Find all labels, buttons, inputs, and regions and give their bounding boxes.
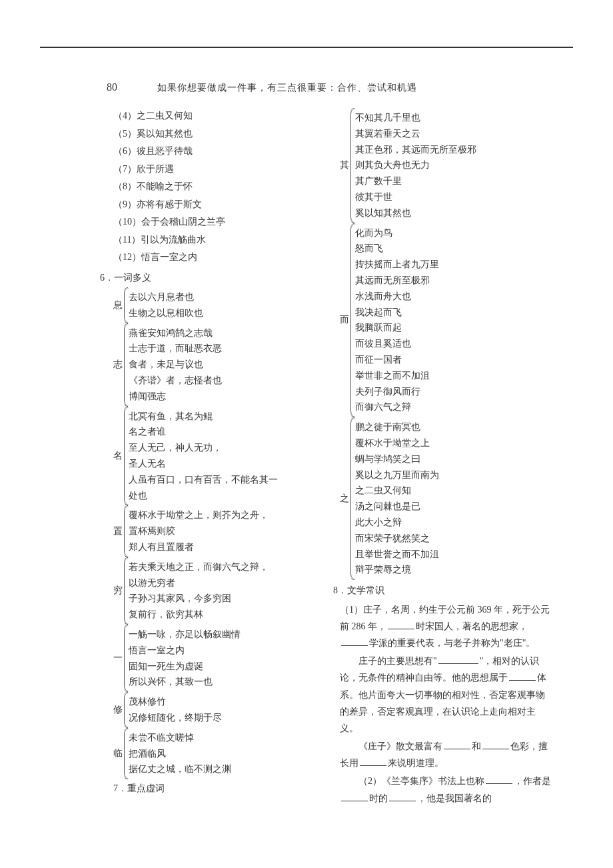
- list-item: 固知一死生为虚诞: [129, 659, 241, 675]
- bracket-group-yi: 一 一觞一咏，亦足以畅叙幽情 悟言一室之内 固知一死生为虚诞 所以兴怀，其致一也: [113, 625, 326, 691]
- bracket-label: 而: [340, 312, 350, 329]
- bracket-group-zhi: 志 燕雀安知鸿鹄之志哉 士志于道，而耻恶衣恶 食者，未足与议也 《齐谐》者，志怪…: [113, 324, 326, 406]
- list-item: 去以六月息者也: [129, 289, 203, 305]
- text: ，作者是: [514, 776, 551, 786]
- list-item: 而征一国者: [355, 352, 439, 368]
- bracket-group-lin: 临 未尝不临文嗟悼 把酒临风 据亿丈之城，临不测之渊: [113, 729, 326, 779]
- list-item: 至人无己，神人无功，: [129, 440, 278, 456]
- bracket-icon: 鹏之徙于南冥也 覆杯水于坳堂之上 蜩与学鸠笑之曰 奚以之九万里而南为 之二虫又何…: [350, 418, 439, 579]
- list-item: 奚以之九万里而南为: [355, 467, 439, 483]
- list-item: 其翼若垂天之云: [355, 126, 476, 142]
- list-item: 则其负大舟也无力: [355, 157, 476, 173]
- bracket-group-qiong: 穷 若夫乘天地之正，而御六气之辩， 以游无穷者 子孙习其家风，今多穷困 复前行，…: [113, 558, 326, 624]
- bracket-icon: 覆杯水于坳堂之上，则芥为之舟， 置杯焉则胶 郑人有且置履者: [124, 506, 269, 556]
- list-item: 而宋荣子犹然笑之: [355, 531, 439, 547]
- top-rule: [40, 47, 573, 48]
- text: 来说明道理。: [388, 758, 444, 768]
- blank-fill[interactable]: [388, 619, 414, 629]
- section-heading: 6．一词多义: [100, 269, 326, 287]
- list-item: 而御六气之辩: [355, 399, 439, 415]
- list-item: 茂林修竹: [129, 694, 222, 710]
- paragraph: 庄子的主要思想有""，相对的认识论，无条件的精神自由等。他的思想属于体系。他片面…: [340, 653, 553, 737]
- paragraph: 《庄子》散文最富有和色彩，擅长用来说明道理。: [340, 738, 553, 771]
- bracket-icon: 若夫乘天地之正，而御六气之辩， 以游无穷者 子孙习其家风，今多穷困 复前行，欲穷…: [124, 558, 269, 624]
- bracket-icon: 化而为鸟 怒而飞 抟扶摇而上者九万里 其远而无所至极邪 水浅而舟大也 我决起而飞…: [350, 224, 439, 417]
- bracket-icon: 茂林修竹 况修短随化，终期于尽: [124, 693, 222, 727]
- list-item: 所以兴怀，其致一也: [129, 674, 241, 690]
- blank-fill[interactable]: [360, 756, 386, 766]
- list-item: 据亿丈之城，临不测之渊: [129, 761, 231, 777]
- list-item: 夫列子御风而行: [355, 384, 439, 400]
- bracket-label: 穷: [113, 583, 124, 599]
- blank-fill[interactable]: [341, 791, 368, 801]
- list-item: 其正色邪，其远而无所至极邪: [355, 142, 476, 158]
- list-item: （11）引以为流觞曲水: [113, 231, 326, 249]
- page-header: 80 如果你想要做成一件事，有三点很重要：合作、尝试和机遇: [33, 81, 580, 94]
- blank-fill[interactable]: [389, 791, 416, 801]
- blank-fill[interactable]: [438, 654, 478, 664]
- list-item: （12）悟言一室之内: [113, 249, 326, 267]
- list-item: 鹏之徙于南冥也: [355, 419, 439, 435]
- list-item: 辩乎荣辱之境: [355, 562, 439, 578]
- bracket-label: 息: [113, 297, 124, 314]
- list-item: 且举世誉之而不加沮: [355, 547, 439, 563]
- list-item: 而彼且奚适也: [355, 336, 439, 352]
- bracket-label: 一: [113, 650, 124, 667]
- bracket-label: 其: [340, 157, 350, 174]
- list-item: 人虽有百口，口有百舌，不能名其一: [129, 472, 278, 488]
- list-item: 生物之以息相吹也: [129, 305, 203, 321]
- blank-fill[interactable]: [482, 739, 509, 749]
- bracket-label: 名: [113, 448, 124, 465]
- bracket-group-er: 而 化而为鸟 怒而飞 抟扶摇而上者九万里 其远而无所至极邪 水浅而舟大也 我决起…: [340, 224, 553, 417]
- text: 学派的重要代表，与老子并称为"老庄"。: [369, 638, 535, 648]
- list-item: 怒而飞: [355, 241, 439, 257]
- right-column: 其 不知其几千里也 其翼若垂天之云 其正色邪，其远而无所至极邪 则其负大舟也无力…: [336, 107, 553, 808]
- list-item: （5）奚以知其然也: [113, 125, 326, 143]
- list-item: 名之者谁: [129, 424, 278, 440]
- list-item: （9）亦将有感于斯文: [113, 196, 326, 214]
- section-heading: 7．重点虚词: [113, 780, 326, 798]
- bracket-icon: 燕雀安知鸿鹄之志哉 士志于道，而耻恶衣恶 食者，未足与议也 《齐谐》者，志怪者也…: [124, 324, 222, 406]
- bracket-icon: 一觞一咏，亦足以畅叙幽情 悟言一室之内 固知一死生为虚诞 所以兴怀，其致一也: [124, 625, 241, 691]
- header-quote: 如果你想要做成一件事，有三点很重要：合作、尝试和机遇: [157, 82, 417, 94]
- list-item: 把酒临风: [129, 746, 231, 762]
- bracket-label: 临: [113, 745, 124, 762]
- list-item: 圣人无名: [129, 456, 278, 472]
- content-area: （4）之二虫又何知 （5）奚以知其然也 （6）彼且恶乎待哉 （7）欣于所遇 （8…: [33, 107, 580, 808]
- list-item: 化而为鸟: [355, 225, 439, 241]
- list-item: 覆杯水于坳堂之上，则芥为之舟，: [129, 507, 269, 523]
- bracket-icon: 不知其几千里也 其翼若垂天之云 其正色邪，其远而无所至极邪 则其负大舟也无力 其…: [350, 109, 476, 223]
- paragraph: （2）《兰亭集序》书法上也称，作者是时的，他是我国著名的: [340, 773, 553, 806]
- text: 《庄子》散文最富有: [358, 741, 442, 751]
- list-item: 其广数千里: [355, 173, 476, 189]
- list-item: （4）之二虫又何知: [113, 107, 326, 125]
- blank-fill[interactable]: [486, 774, 512, 784]
- blank-fill[interactable]: [509, 671, 536, 681]
- list-item: 以游无穷者: [129, 575, 269, 591]
- list-item: 我腾跃而起: [355, 320, 439, 336]
- list-item: （8）不能喻之于怀: [113, 178, 326, 196]
- left-column: （4）之二虫又何知 （5）奚以知其然也 （6）彼且恶乎待哉 （7）欣于所遇 （8…: [113, 107, 336, 808]
- list-item: 《齐谐》者，志怪者也: [129, 373, 222, 389]
- bracket-group-ming: 名 北冥有鱼，其名为鲲 名之者谁 至人无己，神人无功， 圣人无名 人虽有百口，口…: [113, 407, 326, 505]
- list-item: 复前行，欲穷其林: [129, 607, 269, 623]
- text: ，他是我国著名的: [417, 793, 492, 803]
- bracket-icon: 北冥有鱼，其名为鲲 名之者谁 至人无己，神人无功， 圣人无名 人虽有百口，口有百…: [124, 407, 278, 505]
- bracket-group-xi: 息 去以六月息者也 生物之以息相吹也: [113, 288, 326, 323]
- blank-fill[interactable]: [444, 739, 470, 749]
- list-item: 奚以知其然也: [355, 205, 476, 221]
- bracket-group-zhi2: 置 覆杯水于坳堂之上，则芥为之舟， 置杯焉则胶 郑人有且置履者: [113, 506, 326, 556]
- bracket-label: 之: [340, 491, 350, 507]
- bracket-group-xiu: 修 茂林修竹 况修短随化，终期于尽: [113, 693, 326, 727]
- list-item: 水浅而舟大也: [355, 289, 439, 305]
- page-number-top: 80: [107, 81, 117, 93]
- list-item: 覆杯水于坳堂之上: [355, 435, 439, 451]
- bracket-group-zhi3: 之 鹏之徙于南冥也 覆杯水于坳堂之上 蜩与学鸠笑之曰 奚以之九万里而南为 之二虫…: [340, 418, 553, 579]
- list-item: 我决起而飞: [355, 305, 439, 321]
- blank-fill[interactable]: [341, 636, 368, 646]
- bracket-group-qi: 其 不知其几千里也 其翼若垂天之云 其正色邪，其远而无所至极邪 则其负大舟也无力…: [340, 109, 553, 223]
- list-item: 不知其几千里也: [355, 110, 476, 126]
- list-item: 悟言一室之内: [129, 643, 241, 659]
- text: 时宋国人，著名的思想家，: [416, 621, 528, 631]
- bracket-label: 志: [113, 357, 124, 373]
